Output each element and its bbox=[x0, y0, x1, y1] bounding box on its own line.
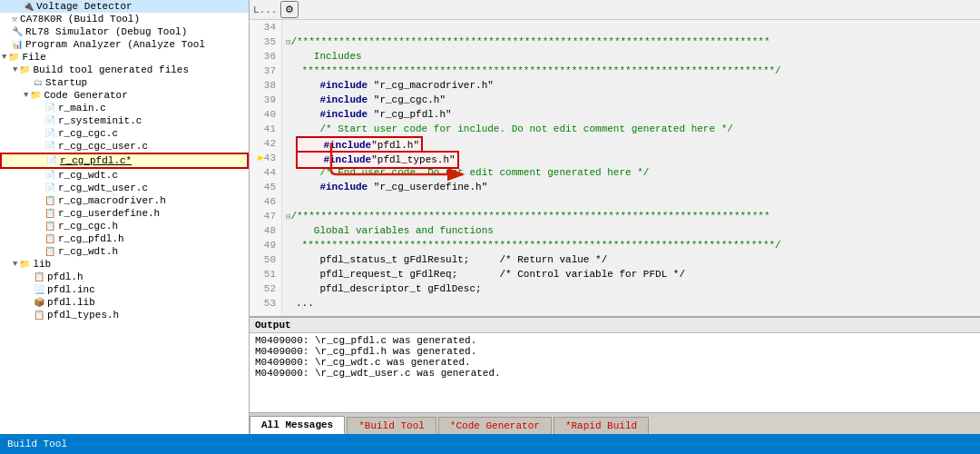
file-icon-prog-analyzer: 📊 bbox=[12, 39, 23, 50]
sidebar-item-r_cg_cgc_user_c[interactable]: 📄r_cg_cgc_user.c bbox=[0, 140, 249, 153]
line-number-47: 47 bbox=[255, 209, 276, 223]
build-tool-label: Build Tool bbox=[7, 439, 67, 449]
sidebar-label-build-tool-files: Build tool generated files bbox=[33, 64, 189, 75]
code-text: /* Start user code for include. Do not e… bbox=[296, 123, 733, 134]
sidebar-label-r_cg_pfdl_h: r_cg_pfdl.h bbox=[58, 233, 124, 244]
line-number-37: 37 bbox=[255, 64, 276, 78]
line-number-48: 48 bbox=[255, 223, 276, 238]
sidebar-label-r_cg_pfdl_c: r_cg_pfdl.c* bbox=[60, 155, 132, 166]
sidebar-item-pfdl_inc[interactable]: 📃pfdl.inc bbox=[0, 283, 249, 296]
sidebar-item-r_systeminit_c[interactable]: 📄r_systeminit.c bbox=[0, 114, 249, 127]
sidebar-label-r_cg_userdefine_h: r_cg_userdefine.h bbox=[58, 208, 160, 219]
line-number-39: 39 bbox=[255, 93, 276, 107]
code-lines: ⊟/**************************************… bbox=[282, 20, 980, 316]
code-line-34 bbox=[286, 20, 980, 35]
output-content: M0409000: \r_cg_pfdl.c was generated.M04… bbox=[250, 333, 980, 412]
output-tab--Code-Generator[interactable]: *Code Generator bbox=[438, 417, 552, 434]
code-line-51: pfdl_request_t gFdlReq; /* Control varia… bbox=[286, 267, 980, 281]
line-number-52: 52 bbox=[255, 281, 276, 296]
code-line-36: Includes bbox=[286, 49, 980, 64]
sidebar-item-build-tool-files[interactable]: ▼📁Build tool generated files bbox=[0, 64, 249, 76]
main-area: 🔌Voltage Detector⚒CA78K0R (Build Tool)🔧R… bbox=[0, 0, 980, 434]
expand-icon-file: ▼ bbox=[2, 53, 6, 62]
sidebar-label-r_systeminit_c: r_systeminit.c bbox=[58, 115, 142, 126]
code-text: /***************************************… bbox=[290, 36, 769, 47]
file-icon-r_cg_wdt_h: 📋 bbox=[44, 246, 55, 257]
sidebar-item-code-generator[interactable]: ▼📁Code Generator bbox=[0, 89, 249, 102]
sidebar-item-rl78sim[interactable]: 🔧RL78 Simulator (Debug Tool) bbox=[0, 25, 249, 38]
code-text: #include "r_cg_pfdl.h" bbox=[296, 109, 452, 120]
code-area: 343536373839404142▶434445464748495051525… bbox=[250, 20, 980, 316]
output-header: Output bbox=[250, 318, 980, 333]
code-line-39: #include "r_cg_cgc.h" bbox=[286, 93, 980, 107]
line-number-44: 44 bbox=[255, 165, 276, 180]
sidebar-label-prog-analyzer: Program Analyzer (Analyze Tool bbox=[25, 39, 205, 50]
code-line-52: pfdl_descriptor_t gFdlDesc; bbox=[286, 281, 980, 296]
sidebar-item-prog-analyzer[interactable]: 📊Program Analyzer (Analyze Tool bbox=[0, 38, 249, 51]
line-number-40: 40 bbox=[255, 107, 276, 122]
output-tab--Rapid-Build[interactable]: *Rapid Build bbox=[554, 417, 649, 434]
sidebar-item-pfdl_h[interactable]: 📋pfdl.h bbox=[0, 271, 249, 283]
sidebar-item-r_cg_cgc_h[interactable]: 📋r_cg_cgc.h bbox=[0, 220, 249, 232]
code-line-38: #include "r_cg_macrodriver.h" bbox=[286, 78, 980, 93]
file-icon-r_cg_cgc_user_c: 📄 bbox=[44, 141, 55, 152]
file-icon-r_cg_pfdl_h: 📋 bbox=[44, 233, 55, 244]
output-message: M0409000: \r_cg_wdt.c was generated. bbox=[255, 357, 975, 368]
expand-icon-code-generator: ▼ bbox=[24, 91, 28, 100]
sidebar-item-r_main_c[interactable]: 📄r_main.c bbox=[0, 102, 249, 114]
sidebar-item-r_cg_pfdl_h[interactable]: 📋r_cg_pfdl.h bbox=[0, 232, 249, 245]
output-tab-All-Messages[interactable]: All Messages bbox=[250, 416, 345, 434]
sidebar-item-ca78k0r[interactable]: ⚒CA78K0R (Build Tool) bbox=[0, 13, 249, 25]
sidebar-item-startup[interactable]: 🗂Startup bbox=[0, 76, 249, 89]
sidebar-item-r_cg_userdefine_h[interactable]: 📋r_cg_userdefine.h bbox=[0, 207, 249, 220]
sidebar-label-r_cg_wdt_c: r_cg_wdt.c bbox=[58, 170, 118, 181]
sidebar-label-startup: Startup bbox=[45, 77, 87, 88]
line-number-51: 51 bbox=[255, 267, 276, 281]
sidebar-item-voltage-detector[interactable]: 🔌Voltage Detector bbox=[0, 0, 249, 13]
file-icon-r_cg_macrodriver_h: 📋 bbox=[44, 195, 55, 206]
sidebar-item-lib[interactable]: ▼📁lib bbox=[0, 258, 249, 271]
code-text: #include "r_cg_cgc.h" bbox=[296, 94, 446, 105]
file-icon-pfdl_inc: 📃 bbox=[34, 284, 44, 295]
sidebar-item-r_cg_cgc_c[interactable]: 📄r_cg_cgc.c bbox=[0, 127, 249, 140]
line-number-53: 53 bbox=[255, 296, 276, 311]
file-icon-r_cg_userdefine_h: 📋 bbox=[44, 208, 55, 219]
code-line-47: ⊟/**************************************… bbox=[286, 209, 980, 223]
sidebar-label-r_main_c: r_main.c bbox=[58, 103, 106, 114]
sidebar-item-pfdl_types_h[interactable]: 📋pfdl_types.h bbox=[0, 309, 249, 321]
file-icon-startup: 🗂 bbox=[34, 77, 43, 88]
code-line-48: Global variables and functions bbox=[286, 223, 980, 238]
file-icon-pfdl_types_h: 📋 bbox=[34, 310, 44, 321]
code-text: ... bbox=[296, 298, 314, 309]
sidebar-item-r_cg_wdt_h[interactable]: 📋r_cg_wdt.h bbox=[0, 245, 249, 258]
sidebar-item-pfdl_lib[interactable]: 📦pfdl.lib bbox=[0, 296, 249, 309]
toolbar-btn-1[interactable]: ⚙ bbox=[280, 1, 299, 18]
file-icon-build-tool-files: 📁 bbox=[19, 64, 30, 75]
sidebar-item-file[interactable]: ▼📁File bbox=[0, 51, 249, 64]
file-icon-pfdl_lib: 📦 bbox=[34, 297, 44, 308]
code-text: ****************************************… bbox=[296, 65, 781, 76]
expand-icon-lib: ▼ bbox=[13, 260, 17, 269]
sidebar: 🔌Voltage Detector⚒CA78K0R (Build Tool)🔧R… bbox=[0, 0, 250, 434]
output-panel: Output M0409000: \r_cg_pfdl.c was genera… bbox=[250, 316, 980, 434]
code-line-50: pfdl_status_t gFdlResult; /* Return valu… bbox=[286, 252, 980, 267]
sidebar-label-code-generator: Code Generator bbox=[44, 90, 127, 101]
sidebar-item-r_cg_macrodriver_h[interactable]: 📋r_cg_macrodriver.h bbox=[0, 194, 249, 207]
code-text: pfdl_status_t gFdlResult; /* Return valu… bbox=[296, 254, 607, 265]
file-icon-rl78sim: 🔧 bbox=[12, 26, 23, 37]
sidebar-label-rl78sim: RL78 Simulator (Debug Tool) bbox=[25, 26, 187, 37]
file-icon-r_cg_cgc_c: 📄 bbox=[44, 128, 55, 139]
sidebar-item-r_cg_wdt_c[interactable]: 📄r_cg_wdt.c bbox=[0, 169, 249, 182]
line-number-36: 36 bbox=[255, 49, 276, 64]
code-line-41: /* Start user code for include. Do not e… bbox=[286, 122, 980, 136]
sidebar-label-r_cg_macrodriver_h: r_cg_macrodriver.h bbox=[58, 195, 166, 206]
line-number-42: 42 bbox=[255, 136, 276, 151]
output-tab--Build-Tool[interactable]: *Build Tool bbox=[347, 417, 436, 434]
code-text: ****************************************… bbox=[296, 240, 781, 251]
sidebar-label-pfdl_h: pfdl.h bbox=[47, 271, 83, 282]
file-icon-pfdl_h: 📋 bbox=[34, 271, 44, 282]
code-line-45: #include "r_cg_userdefine.h" bbox=[286, 180, 980, 194]
sidebar-item-r_cg_wdt_user_c[interactable]: 📄r_cg_wdt_user.c bbox=[0, 182, 249, 194]
sidebar-item-r_cg_pfdl_c[interactable]: 📄r_cg_pfdl.c* bbox=[0, 153, 249, 169]
status-bar: Build Tool bbox=[0, 434, 980, 454]
